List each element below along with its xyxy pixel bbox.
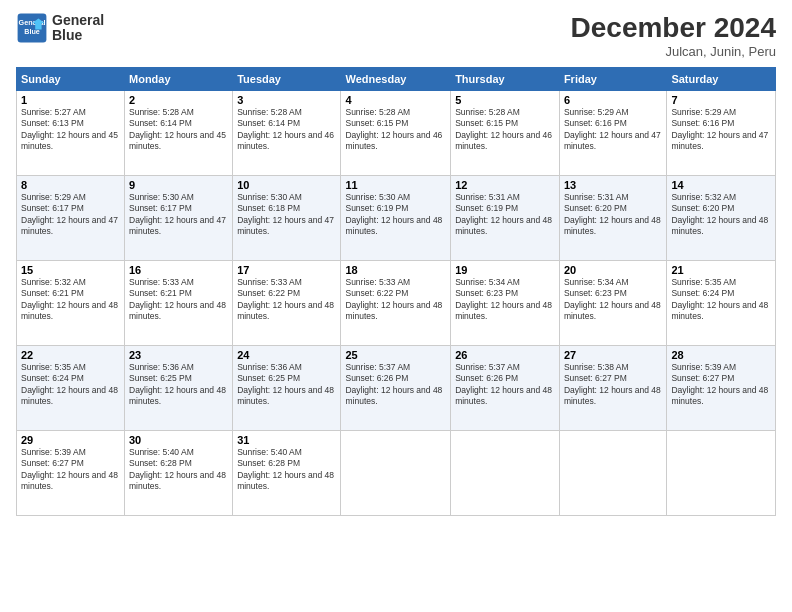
logo-line2: Blue [52,28,104,43]
day-14: 14 Sunrise: 5:32 AMSunset: 6:20 PMDaylig… [667,176,776,261]
empty-2 [451,431,560,516]
day-13: 13 Sunrise: 5:31 AMSunset: 6:20 PMDaylig… [559,176,666,261]
week-row-3: 15 Sunrise: 5:32 AMSunset: 6:21 PMDaylig… [17,261,776,346]
page: General Blue General Blue December 2024 … [0,0,792,612]
title-area: December 2024 Julcan, Junin, Peru [571,12,776,59]
day-27: 27 Sunrise: 5:38 AMSunset: 6:27 PMDaylig… [559,346,666,431]
logo: General Blue General Blue [16,12,104,44]
day-31: 31 Sunrise: 5:40 AMSunset: 6:28 PMDaylig… [233,431,341,516]
day-20: 20 Sunrise: 5:34 AMSunset: 6:23 PMDaylig… [559,261,666,346]
day-18: 18 Sunrise: 5:33 AMSunset: 6:22 PMDaylig… [341,261,451,346]
day-1: 1 Sunrise: 5:27 AMSunset: 6:13 PMDayligh… [17,91,125,176]
day-17: 17 Sunrise: 5:33 AMSunset: 6:22 PMDaylig… [233,261,341,346]
weekday-header-row: Sunday Monday Tuesday Wednesday Thursday… [17,68,776,91]
col-wednesday: Wednesday [341,68,451,91]
week-row-5: 29 Sunrise: 5:39 AMSunset: 6:27 PMDaylig… [17,431,776,516]
week-row-2: 8 Sunrise: 5:29 AMSunset: 6:17 PMDayligh… [17,176,776,261]
day-26: 26 Sunrise: 5:37 AMSunset: 6:26 PMDaylig… [451,346,560,431]
day-28: 28 Sunrise: 5:39 AMSunset: 6:27 PMDaylig… [667,346,776,431]
logo-text: General Blue [52,13,104,44]
day-7: 7 Sunrise: 5:29 AMSunset: 6:16 PMDayligh… [667,91,776,176]
day-29: 29 Sunrise: 5:39 AMSunset: 6:27 PMDaylig… [17,431,125,516]
day-12: 12 Sunrise: 5:31 AMSunset: 6:19 PMDaylig… [451,176,560,261]
header: General Blue General Blue December 2024 … [16,12,776,59]
calendar: Sunday Monday Tuesday Wednesday Thursday… [16,67,776,516]
day-23: 23 Sunrise: 5:36 AMSunset: 6:25 PMDaylig… [125,346,233,431]
col-monday: Monday [125,68,233,91]
day-24: 24 Sunrise: 5:36 AMSunset: 6:25 PMDaylig… [233,346,341,431]
day-22: 22 Sunrise: 5:35 AMSunset: 6:24 PMDaylig… [17,346,125,431]
col-sunday: Sunday [17,68,125,91]
empty-1 [341,431,451,516]
day-25: 25 Sunrise: 5:37 AMSunset: 6:26 PMDaylig… [341,346,451,431]
col-thursday: Thursday [451,68,560,91]
day-9: 9 Sunrise: 5:30 AMSunset: 6:17 PMDayligh… [125,176,233,261]
col-tuesday: Tuesday [233,68,341,91]
day-4: 4 Sunrise: 5:28 AMSunset: 6:15 PMDayligh… [341,91,451,176]
day-8: 8 Sunrise: 5:29 AMSunset: 6:17 PMDayligh… [17,176,125,261]
col-friday: Friday [559,68,666,91]
day-16: 16 Sunrise: 5:33 AMSunset: 6:21 PMDaylig… [125,261,233,346]
day-30: 30 Sunrise: 5:40 AMSunset: 6:28 PMDaylig… [125,431,233,516]
day-3: 3 Sunrise: 5:28 AMSunset: 6:14 PMDayligh… [233,91,341,176]
day-10: 10 Sunrise: 5:30 AMSunset: 6:18 PMDaylig… [233,176,341,261]
empty-4 [667,431,776,516]
day-15: 15 Sunrise: 5:32 AMSunset: 6:21 PMDaylig… [17,261,125,346]
week-row-4: 22 Sunrise: 5:35 AMSunset: 6:24 PMDaylig… [17,346,776,431]
day-6: 6 Sunrise: 5:29 AMSunset: 6:16 PMDayligh… [559,91,666,176]
day-19: 19 Sunrise: 5:34 AMSunset: 6:23 PMDaylig… [451,261,560,346]
col-saturday: Saturday [667,68,776,91]
day-2: 2 Sunrise: 5:28 AMSunset: 6:14 PMDayligh… [125,91,233,176]
day-5: 5 Sunrise: 5:28 AMSunset: 6:15 PMDayligh… [451,91,560,176]
logo-icon: General Blue [16,12,48,44]
logo-line1: General [52,13,104,28]
month-title: December 2024 [571,12,776,44]
day-21: 21 Sunrise: 5:35 AMSunset: 6:24 PMDaylig… [667,261,776,346]
day-11: 11 Sunrise: 5:30 AMSunset: 6:19 PMDaylig… [341,176,451,261]
empty-3 [559,431,666,516]
week-row-1: 1 Sunrise: 5:27 AMSunset: 6:13 PMDayligh… [17,91,776,176]
location: Julcan, Junin, Peru [571,44,776,59]
